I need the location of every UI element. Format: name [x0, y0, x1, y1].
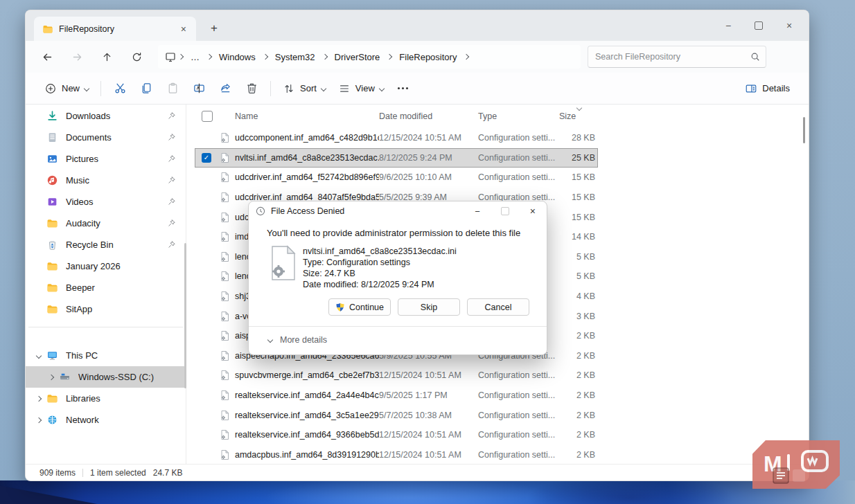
- pictures-icon: [46, 153, 58, 165]
- file-row-spuvcbvmerge-inf-amd64-cbe2ef7b36[interactable]: spuvcbvmerge.inf_amd64_cbe2ef7b36...12/1…: [195, 366, 598, 386]
- sidebar-item-label: Beeper: [66, 282, 186, 293]
- sidebar-item-january-2026[interactable]: January 2026: [26, 255, 186, 277]
- breadcrumb-item-system32[interactable]: System32: [270, 50, 320, 64]
- column-header-type[interactable]: Type: [478, 111, 559, 121]
- forward-button[interactable]: [65, 46, 89, 68]
- view-button[interactable]: View: [332, 78, 390, 99]
- search-icon[interactable]: [750, 52, 760, 62]
- this-pc-icon[interactable]: [165, 51, 176, 62]
- breadcrumb-item-filerepository[interactable]: FileRepository: [394, 50, 461, 64]
- chevron-down-icon[interactable]: [33, 354, 45, 358]
- file-row-realtekservice-inf-amd64-9366beb5d0[interactable]: realtekservice.inf_amd64_9366beb5d0...12…: [195, 425, 598, 445]
- breadcrumb-overflow[interactable]: …: [186, 50, 204, 64]
- sidebar-item-pictures[interactable]: Pictures: [26, 148, 186, 170]
- dialog-close-button[interactable]: ×: [530, 206, 536, 217]
- desktop-wallpaper-bloom: [0, 480, 855, 504]
- back-button[interactable]: [35, 46, 59, 68]
- sidebar-item-network[interactable]: Network: [26, 409, 186, 431]
- tab-filerepository[interactable]: FileRepository ×: [34, 17, 196, 41]
- file-row-nvltsi-inf-amd64-c8a8ce23513ecdac-ini[interactable]: ✓nvltsi.inf_amd64_c8a8ce23513ecdac.ini8/…: [195, 148, 598, 168]
- row-checkbox[interactable]: ✓: [202, 153, 211, 163]
- file-size: 15 KB: [559, 192, 598, 202]
- chevron-right-icon[interactable]: [45, 375, 58, 379]
- sidebar-item-windows-ssd-c[interactable]: Windows-SSD (C:): [26, 366, 186, 388]
- recycle-bin-icon: [46, 239, 58, 251]
- sidebar-item-label: Music: [66, 175, 167, 186]
- file-row-realtekservice-inf-amd64-3c5a1ee293[interactable]: realtekservice.inf_amd64_3c5a1ee293...5/…: [195, 405, 598, 425]
- ini-file-icon: [220, 212, 230, 223]
- chevron-right-icon: [263, 54, 268, 60]
- maximize-button[interactable]: [743, 14, 774, 37]
- chevron-right-icon[interactable]: [33, 397, 45, 401]
- file-row-amdacpbus-inf-amd64-8d39191290b9[interactable]: amdacpbus.inf_amd64_8d39191290b9...12/15…: [195, 445, 598, 465]
- file-type: Configuration setti...: [478, 450, 559, 460]
- sidebar-item-beeper[interactable]: Beeper: [26, 277, 186, 298]
- ini-file-icon: [220, 271, 230, 282]
- sidebar-item-music[interactable]: Music: [26, 170, 186, 191]
- minimize-button[interactable]: −: [713, 14, 743, 37]
- cancel-button[interactable]: Cancel: [467, 298, 529, 316]
- sidebar-item-recycle-bin[interactable]: Recycle Bin: [26, 234, 186, 255]
- details-button[interactable]: Details: [739, 78, 796, 99]
- column-header-date[interactable]: Date modified: [379, 111, 478, 121]
- sidebar-item-libraries[interactable]: Libraries: [26, 388, 186, 409]
- new-button-label: New: [62, 83, 80, 93]
- column-header-name[interactable]: Name: [235, 111, 379, 121]
- breadcrumb-item-driverstore[interactable]: DriverStore: [330, 50, 385, 64]
- more-details-toggle[interactable]: More details: [249, 327, 547, 354]
- copy-button[interactable]: [133, 77, 159, 100]
- more-options-button[interactable]: [390, 77, 416, 100]
- share-button[interactable]: [212, 77, 238, 100]
- row-checkbox: [202, 172, 211, 182]
- refresh-button[interactable]: [125, 46, 148, 68]
- item-count: 909 items: [39, 468, 76, 478]
- file-row-udccomponent-inf-amd64-c482d9b1c[interactable]: udccomponent.inf_amd64_c482d9b1c...12/15…: [195, 128, 598, 148]
- new-tab-button[interactable]: +: [204, 19, 224, 38]
- file-type: Configuration setti...: [478, 153, 559, 163]
- folder-icon: [46, 303, 58, 315]
- select-all-checkbox[interactable]: [202, 111, 213, 122]
- up-button[interactable]: [95, 46, 118, 68]
- file-date-modified: 9/5/2025 1:17 PM: [379, 390, 478, 400]
- sidebar-item-sitapp[interactable]: SitApp: [26, 298, 186, 320]
- file-type: Configuration setti...: [478, 430, 559, 440]
- file-date-modified: 8/12/2025 9:24 PM: [379, 153, 478, 163]
- dialog-maximize-button: [501, 207, 509, 215]
- sidebar-item-audacity[interactable]: Audacity: [26, 213, 186, 234]
- search-box[interactable]: [588, 46, 766, 68]
- delete-button[interactable]: [238, 77, 265, 100]
- sort-button[interactable]: Sort: [276, 78, 332, 99]
- paste-button[interactable]: [159, 77, 186, 100]
- breadcrumb-item-windows[interactable]: Windows: [214, 50, 261, 64]
- sidebar-item-documents[interactable]: Documents: [26, 127, 186, 148]
- column-header-size[interactable]: Size: [559, 111, 598, 121]
- pin-icon: [167, 197, 176, 206]
- uac-shield-icon: [335, 303, 345, 312]
- skip-button[interactable]: Skip: [398, 298, 460, 316]
- dialog-minimize-button[interactable]: −: [475, 206, 480, 217]
- sidebar-scrollbar[interactable]: [184, 243, 186, 388]
- rename-button[interactable]: [186, 77, 212, 100]
- sidebar-item-downloads[interactable]: Downloads: [26, 105, 186, 127]
- file-list-scrollbar[interactable]: [803, 117, 805, 143]
- ini-file-icon: [220, 370, 230, 381]
- sidebar-item-videos[interactable]: Videos: [26, 191, 186, 213]
- continue-button[interactable]: Continue: [328, 298, 391, 316]
- sort-descending-icon: [576, 105, 582, 111]
- file-row-realtekservice-inf-amd64-2a44e4b4c6[interactable]: realtekservice.inf_amd64_2a44e4b4c6...9/…: [195, 386, 598, 406]
- file-size: 15 KB: [559, 213, 598, 222]
- tab-close-icon[interactable]: ×: [177, 24, 191, 35]
- new-button[interactable]: New: [38, 78, 95, 99]
- search-input[interactable]: [594, 51, 750, 62]
- cut-button[interactable]: [107, 77, 133, 100]
- chevron-right-icon[interactable]: [33, 418, 45, 422]
- file-row-udcdriver-inf-amd64-f52742bd896ef9[interactable]: udcdriver.inf_amd64_f52742bd896ef9...9/6…: [195, 168, 598, 188]
- close-button[interactable]: ×: [774, 14, 804, 37]
- sidebar-item-this-pc[interactable]: This PC: [26, 345, 186, 366]
- row-checkbox: [202, 252, 211, 262]
- continue-button-label: Continue: [349, 303, 384, 312]
- row-checkbox: [202, 312, 211, 321]
- selection-count: 1 item selected: [90, 468, 146, 478]
- breadcrumb-items: WindowsSystem32DriverStoreFileRepository: [214, 50, 468, 64]
- ini-file-icon: [220, 350, 230, 361]
